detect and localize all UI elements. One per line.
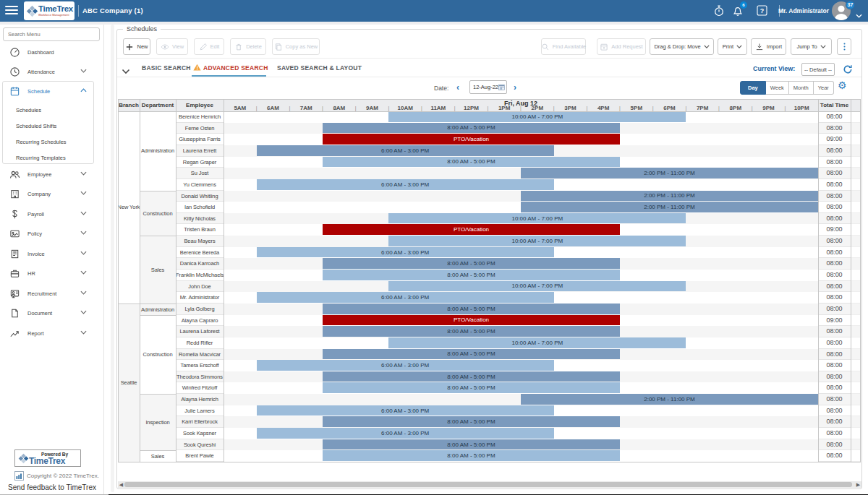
send-feedback-link[interactable]: Send feedback to TimeTrex: [0, 483, 104, 491]
schedule-bar[interactable]: 10:00 AM - 7:00 PM: [388, 213, 686, 224]
help-icon[interactable]: ?: [757, 5, 768, 17]
schedule-bar[interactable]: 8:00 AM - 5:00 PM: [323, 371, 620, 382]
schedule-bar[interactable]: PTO/Vacation: [323, 315, 620, 326]
hour-label: 4PM: [587, 105, 620, 111]
sidebar-item-payroll[interactable]: Payroll: [0, 205, 104, 223]
employee-name: Franklin McMichaels: [176, 270, 224, 281]
search-menu-input[interactable]: [3, 27, 100, 41]
schedule-bar[interactable]: 8:00 AM - 5:00 PM: [323, 439, 620, 450]
schedule-bar[interactable]: 6:00 AM - 3:00 PM: [257, 405, 554, 416]
schedule-bar[interactable]: 6:00 AM - 3:00 PM: [257, 428, 554, 439]
schedule-bar[interactable]: 2:00 PM - 11:00 PM: [521, 394, 818, 405]
hamburger-menu-icon[interactable]: [5, 6, 18, 16]
schedule-bar[interactable]: 8:00 AM - 5:00 PM: [323, 157, 620, 168]
schedule-bar[interactable]: 10:00 AM - 7:00 PM: [388, 111, 686, 122]
sidebar-item-document[interactable]: Document: [0, 304, 104, 323]
powered-by-logo[interactable]: Powered ByTimeTrex: [14, 449, 81, 467]
sidebar-item-schedule[interactable]: Schedule: [0, 82, 104, 101]
tab-basic-search[interactable]: BASIC SEARCH: [142, 62, 191, 74]
schedule-bar[interactable]: 8:00 AM - 5:00 PM: [323, 123, 620, 134]
grid-vline: [860, 99, 861, 462]
sidebar-item-label: HR: [27, 270, 35, 277]
user-chevron-down-icon[interactable]: [856, 8, 862, 21]
schedule-bar[interactable]: 6:00 AM - 3:00 PM: [257, 292, 554, 303]
current-view-select[interactable]: -- Default --: [801, 63, 835, 76]
sidebar-item-invoice[interactable]: Invoice: [0, 244, 104, 263]
schedule-bar[interactable]: 8:00 AM - 5:00 PM: [323, 326, 620, 337]
new-button[interactable]: New: [123, 38, 150, 55]
tabs-collapse-chevron-icon[interactable]: [122, 64, 130, 70]
hour-separator: |: [354, 105, 357, 111]
schedule-bar[interactable]: 6:00 AM - 3:00 PM: [257, 179, 554, 190]
date-next-arrow[interactable]: ›: [514, 81, 521, 95]
total-time-cell: 08:00: [818, 360, 851, 371]
schedule-bar[interactable]: 8:00 AM - 5:00 PM: [323, 450, 620, 461]
print-button[interactable]: Print: [718, 38, 747, 55]
scroll-right-arrow[interactable]: ▶: [855, 481, 861, 488]
schedule-bar[interactable]: 2:00 PM - 11:00 PM: [521, 202, 818, 212]
sidebar-scrollbar[interactable]: [111, 25, 114, 492]
schedule-bar[interactable]: PTO/Vacation: [323, 134, 620, 145]
view-year-button[interactable]: Year: [814, 81, 834, 95]
sidebar-subitem-recurring-templates[interactable]: Recurring Templates: [0, 150, 93, 166]
avatar-badge: 37: [846, 1, 855, 9]
drag-drop-move-button[interactable]: Drag & Drop: Move: [650, 38, 714, 55]
gear-icon[interactable]: ⚙: [838, 79, 847, 91]
jump-to-button[interactable]: Jump To: [791, 38, 832, 55]
topbar-separator: [78, 5, 79, 17]
total-time-cell: 08:00: [818, 168, 851, 179]
sidebar-subitem-schedules[interactable]: Schedules: [0, 103, 93, 119]
sidebar-item-attendance[interactable]: Attendance: [0, 63, 104, 82]
timer-icon[interactable]: [713, 5, 725, 17]
more-options-button[interactable]: [837, 38, 851, 55]
tab-saved-search-layout[interactable]: SAVED SEARCH & LAYOUT: [277, 62, 362, 74]
schedule-bar[interactable]: 8:00 AM - 5:00 PM: [323, 416, 620, 427]
scrollbar-thumb[interactable]: [124, 482, 852, 487]
sidebar-item-policy[interactable]: Policy: [0, 225, 104, 244]
sidebar-item-company[interactable]: Company: [0, 185, 104, 204]
schedule-bar[interactable]: 6:00 AM - 3:00 PM: [257, 145, 554, 156]
dots-vertical-icon: [840, 42, 849, 51]
view-week-button[interactable]: Week: [766, 81, 789, 95]
schedule-bar[interactable]: 8:00 AM - 5:00 PM: [323, 349, 620, 360]
sidebar-item-employee[interactable]: Employee: [0, 165, 104, 184]
sidebar-item-hr[interactable]: HR: [0, 264, 104, 283]
policy-icon: [9, 228, 20, 239]
view-day-button[interactable]: Day: [740, 81, 766, 95]
date-prev-arrow[interactable]: ‹: [456, 81, 464, 95]
schedule-bar[interactable]: 8:00 AM - 5:00 PM: [323, 258, 620, 269]
schedule-bar[interactable]: PTO/Vacation: [323, 224, 620, 235]
schedule-bar[interactable]: 8:00 AM - 5:00 PM: [323, 270, 620, 280]
sidebar-subitem-recurring-schedules[interactable]: Recurring Schedules: [0, 134, 93, 150]
total-time-cell: 08:00: [818, 179, 851, 191]
company-tab[interactable]: ABC Company (1): [82, 0, 143, 22]
schedule-bar[interactable]: 10:00 AM - 7:00 PM: [388, 337, 686, 348]
hour-label: 10AM: [388, 105, 422, 111]
schedule-bar[interactable]: 8:00 AM - 5:00 PM: [323, 304, 620, 314]
refresh-icon[interactable]: [843, 64, 853, 74]
user-name[interactable]: Mr. Administrator: [778, 0, 829, 22]
schedule-bar[interactable]: 2:00 PM - 11:00 PM: [521, 191, 818, 202]
view-month-button[interactable]: Month: [789, 81, 814, 95]
timetrex-logo[interactable]: TimeTrexWorkforce Management: [24, 1, 75, 20]
import-button[interactable]: Import: [751, 38, 786, 55]
schedule-bar[interactable]: 2:00 PM - 11:00 PM: [521, 168, 818, 178]
date-input[interactable]: 12-Aug-22: [469, 80, 507, 94]
schedule-bar[interactable]: 10:00 AM - 7:00 PM: [388, 236, 686, 246]
employee-name: Brent Pawle: [176, 450, 224, 462]
spacer-cell: [851, 270, 860, 281]
sidebar-item-recruitment[interactable]: Recruitment: [0, 284, 104, 303]
department-cell: Inspection: [140, 394, 176, 450]
schedule-bar[interactable]: 6:00 AM - 3:00 PM: [257, 360, 554, 371]
schedule-bar[interactable]: 8:00 AM - 5:00 PM: [323, 382, 620, 393]
sidebar-subitem-scheduled-shifts[interactable]: Scheduled Shifts: [0, 119, 93, 134]
scroll-left-arrow[interactable]: ◀: [118, 481, 124, 488]
schedule-bar[interactable]: 10:00 AM - 7:00 PM: [388, 281, 686, 292]
bell-badge: 6: [740, 1, 747, 9]
tab-advanced-search[interactable]: ADVANCED SEARCH: [193, 62, 268, 74]
employee-name: Beau Mayers: [176, 236, 224, 247]
sidebar-item-report[interactable]: Report: [0, 324, 104, 343]
calendar-picker-icon[interactable]: [498, 82, 505, 92]
sidebar-item-dashboard[interactable]: Dashboard: [0, 43, 104, 62]
schedule-bar[interactable]: 6:00 AM - 3:00 PM: [257, 247, 554, 258]
